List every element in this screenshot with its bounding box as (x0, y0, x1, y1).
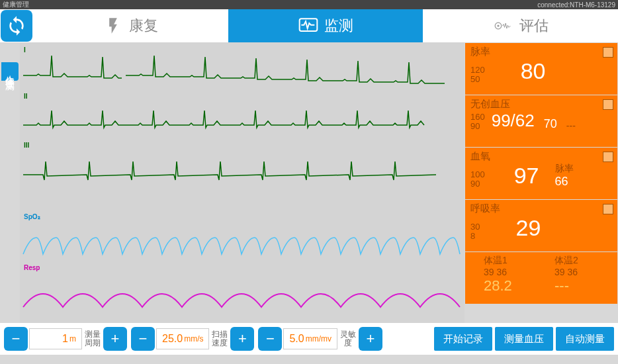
period-minus-button[interactable]: − (4, 327, 28, 351)
resp-value: 29 (515, 215, 541, 241)
tab-rehab-label: 康复 (129, 16, 158, 36)
nibp-title: 无创血压 (470, 98, 612, 111)
bolt-icon (103, 15, 124, 36)
tab-monitor-label: 监测 (324, 16, 353, 36)
resp-label: Resp (24, 264, 40, 271)
tab-rehab[interactable]: 康复 (33, 9, 228, 42)
app-title: 健康管理 (3, 0, 29, 9)
spo2-value: 97 (514, 163, 539, 189)
measure-bp-button[interactable]: 测量血压 (495, 327, 553, 351)
period-label: 测量 周期 (83, 330, 102, 347)
monitor-icon (298, 15, 319, 36)
spo2-checkbox[interactable] (603, 152, 613, 162)
svg-point-2 (497, 24, 499, 26)
scanspeed-stepper: − 25.0mm/s 扫描 速度 + (131, 327, 254, 351)
lead1-label: I (24, 46, 26, 54)
vitals-panel: 脉率 12050 80 无创血压 16090 99/62 70 --- 血氧 1… (464, 42, 618, 323)
bottom-toolbar: − 1m 测量 周期 + − 25.0mm/s 扫描 速度 + − 5.0mm/… (0, 323, 618, 355)
vital-pulse-card[interactable]: 脉率 12050 80 (465, 43, 617, 95)
waveform-svg (20, 42, 463, 323)
auto-measure-button[interactable]: 自动测量 (556, 327, 614, 351)
nibp-value: 99/62 (492, 111, 535, 131)
sens-plus-button[interactable]: + (359, 327, 382, 351)
sens-minus-button[interactable]: − (258, 327, 282, 351)
period-value: 1m (29, 328, 82, 349)
spo2-label: SpO₂ (24, 213, 40, 220)
left-sidebar: 生命体征监测 (0, 42, 20, 323)
waveform-area: I II III SpO₂ Resp (20, 42, 464, 323)
pulse-value: 80 (521, 58, 546, 84)
vital-nibp-card[interactable]: 无创血压 16090 99/62 70 --- (465, 95, 617, 147)
scan-label: 扫描 速度 (210, 330, 229, 347)
sensitivity-stepper: − 5.0mm/mv 灵敏 度 + (258, 327, 382, 351)
lead2-label: II (24, 93, 28, 100)
sidebar-vitals-tab[interactable]: 生命体征监测 (1, 62, 19, 81)
period-stepper: − 1m 测量 周期 + (4, 327, 127, 351)
vital-temp-card[interactable]: 体温1 39 36 28.2 体温2 39 36 --- (465, 252, 617, 304)
spo2-title: 血氧 (470, 150, 612, 163)
vital-resp-card[interactable]: 呼吸率 308 29 (465, 200, 617, 251)
header-tabs: 康复 监测 评估 (0, 9, 618, 42)
resp-checkbox[interactable] (603, 204, 613, 214)
top-status-bar: 健康管理 connected:NTH-M6-13129 (0, 0, 618, 9)
vital-spo2-card[interactable]: 血氧 10090 97 脉率66 (465, 148, 617, 199)
connection-status: connected:NTH-M6-13129 (537, 1, 615, 9)
resp-title: 呼吸率 (470, 203, 612, 215)
scan-plus-button[interactable]: + (230, 327, 254, 351)
sens-label: 灵敏 度 (339, 330, 357, 347)
tab-monitor[interactable]: 监测 (228, 9, 423, 42)
sens-value: 5.0mm/mv (283, 328, 337, 349)
temp1-value: 28.2 (484, 277, 541, 295)
pulse-title: 脉率 (470, 46, 612, 58)
temp2-value: --- (554, 277, 612, 295)
nibp-checkbox[interactable] (603, 99, 613, 110)
lead3-label: III (24, 142, 29, 149)
sync-button[interactable] (1, 10, 32, 42)
scan-value: 25.0mm/s (156, 328, 209, 349)
tab-assess[interactable]: 评估 (423, 9, 618, 42)
pulse-checkbox[interactable] (603, 47, 613, 58)
period-plus-button[interactable]: + (103, 327, 127, 351)
tab-assess-label: 评估 (519, 16, 549, 36)
scan-minus-button[interactable]: − (131, 327, 155, 351)
start-record-button[interactable]: 开始记录 (434, 327, 492, 351)
assess-icon (493, 15, 514, 36)
sync-icon (6, 15, 27, 36)
